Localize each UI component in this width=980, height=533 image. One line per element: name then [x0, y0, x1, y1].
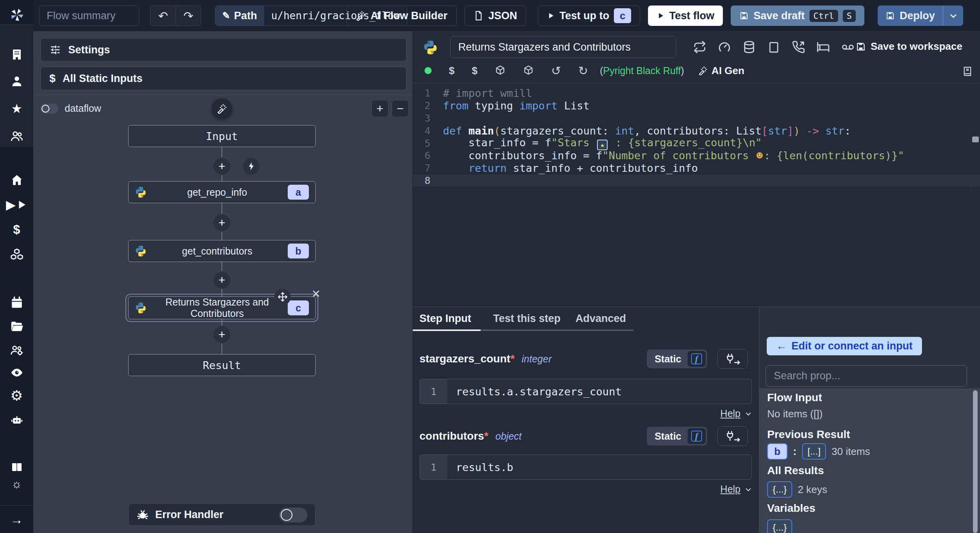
- settings-gear-icon[interactable]: ⚙: [10, 389, 23, 403]
- move-handle-icon[interactable]: [274, 289, 291, 305]
- json-button[interactable]: JSON: [465, 5, 526, 26]
- help-link[interactable]: Help: [720, 484, 752, 495]
- early-stop-gauge-icon[interactable]: [718, 40, 731, 54]
- edit-or-connect-input-button[interactable]: ← Edit or connect an input: [767, 337, 922, 355]
- docs-books-icon[interactable]: [10, 460, 24, 474]
- previous-result-step-badge[interactable]: b: [767, 443, 788, 460]
- step-title-input[interactable]: [450, 36, 676, 58]
- library-book-icon[interactable]: [962, 66, 973, 78]
- favorites-star-icon[interactable]: ★: [11, 102, 22, 115]
- audit-eye-icon[interactable]: [10, 366, 24, 379]
- schedules-calendar-icon[interactable]: [10, 296, 24, 309]
- search-prop-input[interactable]: [766, 365, 967, 387]
- variable-picker-icon[interactable]: $: [449, 65, 454, 77]
- resource-picker-icon[interactable]: $: [472, 65, 477, 77]
- sleep-bed-icon[interactable]: [817, 40, 830, 54]
- previous-result-expand-badge[interactable]: [...]: [802, 443, 826, 460]
- all-static-inputs-button[interactable]: $ All Static Inputs: [40, 67, 407, 90]
- graph-node-input[interactable]: Input: [128, 125, 316, 147]
- test-flow-button[interactable]: Test flow: [648, 5, 723, 26]
- expr-editor-stargazers-count[interactable]: 1 results.a.stargazers_count: [419, 379, 752, 404]
- divider: [971, 83, 971, 307]
- code-line-4[interactable]: 4def main(stargazers_count: int, contrib…: [413, 124, 980, 137]
- editor-scrollbar-thumb[interactable]: [972, 136, 979, 142]
- error-handler-toggle[interactable]: [279, 508, 307, 522]
- help-link[interactable]: Help: [720, 408, 752, 419]
- package-cube-icon[interactable]: [523, 65, 534, 76]
- static-javascript-toggle[interactable]: Static f: [647, 427, 707, 446]
- lifetime-voicemail-icon[interactable]: [841, 40, 855, 54]
- code-line-3[interactable]: 3: [413, 112, 980, 125]
- all-results-expand-badge[interactable]: {...}: [767, 481, 792, 498]
- add-step-button[interactable]: +: [213, 214, 231, 232]
- code-line-1[interactable]: 1# import wmill: [413, 87, 980, 100]
- runs-play-icon[interactable]: ▶: [6, 198, 27, 211]
- retry-repeat-icon[interactable]: [693, 40, 706, 54]
- error-handler-row[interactable]: Error Handler: [128, 504, 316, 526]
- workspace-building-icon[interactable]: [10, 48, 24, 61]
- code-line-5[interactable]: 5 star_info = f"Stars ★ : {stargazers_co…: [413, 137, 980, 149]
- graph-ai-wand-button[interactable]: [212, 98, 232, 119]
- props-scrollbar-thumb[interactable]: [973, 390, 978, 533]
- graph-node-c-selected[interactable]: ✕ Returns Stargazers and Contributors c: [128, 297, 316, 319]
- reload-refresh-icon[interactable]: ↻: [578, 64, 588, 78]
- package-cube-icon[interactable]: [495, 65, 506, 76]
- graph-node-b[interactable]: get_contributors b: [128, 240, 316, 262]
- deploy-button[interactable]: Deploy: [878, 5, 943, 26]
- code-line-7[interactable]: 7 return star_info + contributors_info: [413, 162, 980, 175]
- kbd-ctrl: Ctrl: [809, 10, 838, 22]
- test-up-to-button[interactable]: Test up to c: [538, 5, 640, 26]
- variables-expand-badge[interactable]: {...}: [767, 519, 792, 533]
- theme-sun-icon[interactable]: ☼: [11, 478, 22, 490]
- folders-icon[interactable]: [10, 320, 24, 333]
- save-to-workspace-button[interactable]: Save to workspace: [856, 40, 962, 53]
- collapse-arrow-icon[interactable]: →: [11, 513, 23, 526]
- expr-editor-contributors[interactable]: 1 results.b: [419, 455, 752, 480]
- workers-users-gear-icon[interactable]: [10, 344, 24, 357]
- deploy-dropdown-button[interactable]: [943, 5, 963, 26]
- user-icon[interactable]: [10, 75, 24, 88]
- save-icon: [856, 42, 866, 52]
- tab-advanced[interactable]: Advanced: [575, 313, 626, 325]
- code-editor[interactable]: 1# import wmill2from typing import List3…: [413, 85, 980, 307]
- undo-button[interactable]: ↶: [151, 6, 176, 25]
- save-icon: [739, 11, 749, 20]
- code-line-8[interactable]: 8: [413, 175, 980, 187]
- windmill-logo-icon[interactable]: [9, 7, 25, 23]
- graph-node-a[interactable]: get_repo_info a: [128, 181, 316, 203]
- zoom-in-button[interactable]: +: [371, 100, 388, 117]
- cache-database-icon[interactable]: [742, 40, 756, 54]
- mock-square-icon[interactable]: [767, 40, 780, 54]
- code-line-6[interactable]: 6 contributors_info = f"Number of contri…: [413, 149, 980, 162]
- tab-step-input[interactable]: Step Input: [419, 313, 471, 325]
- add-step-button[interactable]: +: [213, 157, 231, 175]
- flow-summary-input[interactable]: [39, 5, 139, 26]
- variables-dollar-icon[interactable]: $: [13, 223, 20, 236]
- code-toolbar: $ $ ↺ ↻ (Pyright Black Ruff) AI Gen: [425, 63, 744, 78]
- zoom-out-button[interactable]: −: [392, 100, 409, 117]
- connect-input-plug-button[interactable]: [717, 349, 748, 369]
- save-draft-button[interactable]: Save draft Ctrl S: [731, 5, 864, 26]
- connect-input-plug-button[interactable]: [717, 426, 748, 446]
- static-javascript-toggle[interactable]: Static f: [647, 349, 707, 368]
- trigger-bolt-button[interactable]: [242, 157, 260, 175]
- ai-robot-icon[interactable]: [10, 413, 24, 426]
- add-step-button[interactable]: +: [213, 271, 231, 289]
- resources-cubes-icon[interactable]: [10, 247, 24, 261]
- groups-icon[interactable]: [10, 129, 24, 143]
- graph-node-result[interactable]: Result: [128, 354, 316, 376]
- tab-test-this-step[interactable]: Test this step: [493, 313, 561, 325]
- ai-gen-button[interactable]: AI Gen: [698, 65, 744, 77]
- wand-icon: [356, 11, 366, 21]
- dataflow-toggle[interactable]: [40, 104, 58, 114]
- code-line-2[interactable]: 2from typing import List: [413, 100, 980, 112]
- reset-undo-icon[interactable]: ↺: [551, 64, 561, 78]
- close-icon[interactable]: ✕: [312, 287, 321, 300]
- suspend-phone-incoming-icon[interactable]: [792, 40, 805, 54]
- redo-button[interactable]: ↷: [176, 6, 201, 25]
- add-step-button[interactable]: +: [213, 326, 231, 344]
- dataflow-label: dataflow: [65, 103, 101, 114]
- ai-flow-builder-button[interactable]: AI Flow Builder: [347, 5, 457, 26]
- home-icon[interactable]: [10, 173, 24, 187]
- flow-settings-button[interactable]: Settings: [40, 38, 407, 62]
